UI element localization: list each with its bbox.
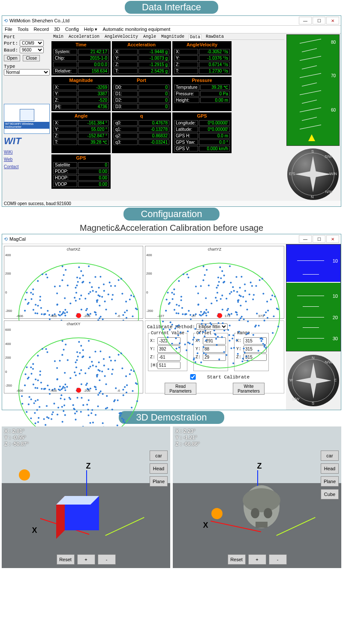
svg-point-301 bbox=[267, 317, 268, 319]
banner-data-interface: Data Interface bbox=[0, 1, 343, 14]
svg-point-571 bbox=[96, 376, 98, 378]
svg-point-593 bbox=[88, 368, 90, 369]
menu-tools[interactable]: Tools bbox=[18, 27, 29, 32]
svg-point-127 bbox=[96, 301, 98, 303]
cube-reset-button[interactable]: Reset bbox=[57, 554, 75, 565]
head-plane-button[interactable]: Plane bbox=[321, 476, 339, 487]
svg-point-574 bbox=[97, 405, 99, 407]
svg-point-606 bbox=[81, 397, 82, 399]
svg-point-426 bbox=[207, 311, 209, 313]
head-head-button[interactable]: Head bbox=[321, 463, 339, 474]
svg-point-687 bbox=[251, 508, 259, 518]
svg-point-360 bbox=[219, 266, 221, 268]
link-wiki[interactable]: WiKi bbox=[4, 148, 50, 156]
tab-angle[interactable]: Angle bbox=[142, 34, 157, 39]
port-select[interactable]: COM9 bbox=[20, 40, 44, 46]
cube-head-button[interactable]: Head bbox=[150, 463, 168, 474]
head-car-button[interactable]: car bbox=[321, 450, 339, 461]
main-window: ⟲ WitMotion Shenzhen Co.,Ltd — ☐ ✕ File … bbox=[2, 15, 341, 207]
svg-marker-680 bbox=[310, 363, 317, 399]
svg-point-221 bbox=[88, 266, 90, 267]
mag-min-button[interactable]: — bbox=[299, 235, 312, 243]
menu-3d[interactable]: 3D bbox=[54, 27, 60, 32]
svg-point-429 bbox=[264, 344, 265, 346]
head-cube-button[interactable]: Cube bbox=[321, 489, 339, 499]
svg-point-181 bbox=[59, 285, 61, 287]
menu-config[interactable]: Config bbox=[65, 27, 79, 32]
tab-main[interactable]: Main bbox=[52, 34, 64, 39]
svg-point-622 bbox=[48, 417, 49, 419]
close-button[interactable]: ✕ bbox=[326, 17, 339, 24]
head-reset-button[interactable]: Reset bbox=[228, 554, 246, 565]
open-button[interactable]: Open bbox=[4, 55, 20, 61]
svg-point-554 bbox=[60, 394, 62, 396]
head-minus-button[interactable]: - bbox=[269, 554, 287, 565]
cube-car-button[interactable]: car bbox=[150, 450, 168, 461]
cube-plane-button[interactable]: Plane bbox=[150, 476, 168, 487]
read-parameters-button[interactable]: Read Parameters bbox=[165, 383, 196, 395]
tab-data[interactable]: Data bbox=[189, 34, 202, 40]
svg-point-194 bbox=[27, 303, 29, 305]
tabs: Main Acceleration AngleVelocity Angle Ma… bbox=[51, 34, 284, 40]
menu-help[interactable]: Help ▾ bbox=[84, 27, 98, 32]
svg-point-286 bbox=[241, 360, 243, 362]
svg-point-60 bbox=[120, 278, 122, 280]
compass: S N E/S W/N S/W N/W bbox=[287, 148, 339, 200]
svg-point-451 bbox=[178, 280, 180, 282]
svg-point-448 bbox=[243, 318, 245, 320]
maximize-button[interactable]: ☐ bbox=[313, 17, 325, 24]
svg-point-477 bbox=[64, 389, 66, 391]
minimize-button[interactable]: — bbox=[299, 17, 312, 24]
svg-point-431 bbox=[178, 305, 180, 306]
svg-point-425 bbox=[247, 320, 249, 322]
svg-point-621 bbox=[86, 404, 88, 405]
field-value: 0.6714 °/s bbox=[199, 62, 230, 67]
tab-anglev[interactable]: AngleVelocity bbox=[104, 34, 139, 39]
svg-point-435 bbox=[175, 312, 177, 314]
cube-minus-button[interactable]: - bbox=[98, 554, 116, 565]
svg-point-93 bbox=[54, 286, 56, 287]
svg-point-584 bbox=[90, 366, 91, 367]
menu-automon[interactable]: Automatic monitoring equipment bbox=[102, 27, 170, 32]
cube-plus-button[interactable]: + bbox=[77, 554, 95, 565]
svg-point-547 bbox=[61, 354, 63, 356]
svg-point-262 bbox=[261, 340, 262, 342]
svg-point-20 bbox=[89, 282, 90, 284]
field-label: T: bbox=[53, 139, 77, 145]
menu-record[interactable]: Record bbox=[33, 27, 48, 32]
link-web[interactable]: Web bbox=[4, 156, 50, 163]
type-select[interactable]: Normal bbox=[4, 69, 50, 76]
svg-point-303 bbox=[203, 346, 205, 348]
svg-point-414 bbox=[240, 305, 241, 306]
link-contact[interactable]: Contact bbox=[4, 163, 50, 170]
svg-point-655 bbox=[121, 368, 123, 369]
svg-point-473 bbox=[80, 411, 82, 413]
magcal-window: ⟲ MagCal — ☐ ✕ chartXZ4002000-200-606-40… bbox=[2, 234, 341, 410]
svg-point-599 bbox=[46, 351, 48, 353]
mag-max-button[interactable]: ☐ bbox=[313, 235, 325, 243]
baud-select[interactable]: 9600 bbox=[20, 47, 44, 53]
svg-point-230 bbox=[99, 317, 100, 319]
mag-close-button[interactable]: ✕ bbox=[326, 235, 339, 243]
field-label: Satellite bbox=[53, 162, 77, 168]
svg-point-53 bbox=[108, 293, 109, 295]
svg-point-214 bbox=[132, 315, 133, 317]
field-value: 2015-1-0 bbox=[78, 55, 109, 61]
svg-point-378 bbox=[235, 276, 237, 278]
write-parameters-button[interactable]: Write Parameters bbox=[233, 383, 265, 395]
svg-point-419 bbox=[210, 322, 211, 324]
svg-point-630 bbox=[37, 421, 39, 423]
tab-accel[interactable]: Acceleration bbox=[68, 34, 100, 39]
tab-raw[interactable]: RawData bbox=[205, 34, 225, 39]
svg-point-486 bbox=[97, 394, 99, 396]
close-button2[interactable]: Close bbox=[23, 55, 40, 61]
tab-mag[interactable]: Magnitude bbox=[160, 34, 185, 39]
head-plus-button[interactable]: + bbox=[248, 554, 266, 565]
menu-file[interactable]: File bbox=[5, 27, 12, 32]
svg-point-428 bbox=[165, 310, 167, 311]
svg-point-637 bbox=[96, 374, 98, 376]
svg-point-598 bbox=[64, 372, 66, 374]
svg-point-506 bbox=[51, 418, 52, 420]
port-heading: Port bbox=[4, 34, 50, 39]
svg-point-432 bbox=[276, 308, 278, 309]
